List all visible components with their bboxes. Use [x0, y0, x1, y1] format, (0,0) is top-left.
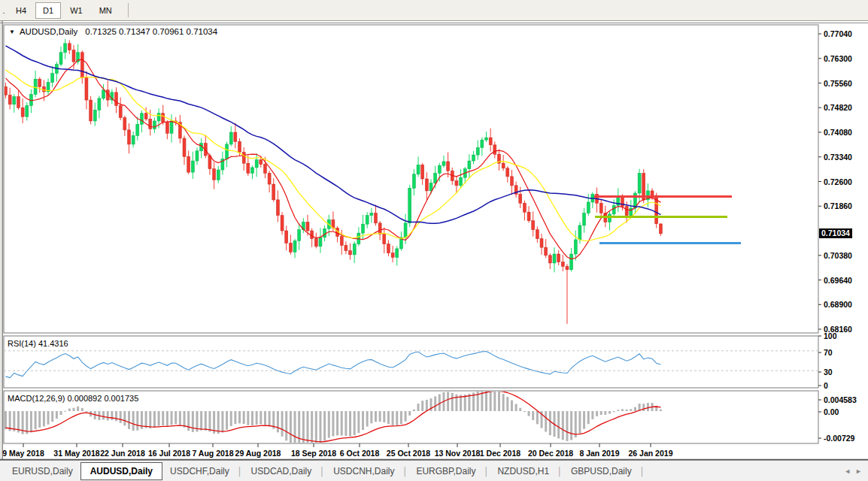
tab-separator: │ — [557, 467, 563, 476]
chart-symbol: AUDUSD,Daily — [20, 27, 77, 36]
price-axis-label: 0.74080 — [824, 128, 852, 137]
tab-separator: │ — [319, 467, 326, 476]
tabs-nav: ◄ ► — [844, 467, 868, 475]
chart-ohlc-values: 0.71325 0.71347 0.70961 0.71034 — [85, 27, 217, 36]
chart-tab-eurgbp[interactable]: EURGBP,Daily — [408, 463, 483, 479]
tabs-scroll-left-icon[interactable]: ◄ — [844, 467, 851, 475]
price-axis-label: 0.69640 — [824, 276, 852, 285]
price-axis-label: 0.70380 — [824, 251, 852, 260]
chart-tab-nzdusd[interactable]: NZDUSD,H1 — [490, 463, 557, 479]
mt4-window: . H4D1W1MN ▼AUDUSD,Daily0.71325 0.71347 … — [0, 0, 868, 481]
price-axis-label: 0.72600 — [824, 177, 852, 186]
tab-separator: │ — [639, 467, 646, 476]
price-axis-label: 0.68900 — [824, 300, 852, 309]
macd-axis-label: -0.00729 — [824, 434, 854, 443]
price-axis-label: 0.76300 — [824, 54, 852, 63]
chart-canvas[interactable] — [0, 0, 868, 481]
rsi-indicator-label: RSI(14) 41.4316 — [8, 339, 68, 348]
date-axis-label: 26 Jan 2019 — [617, 449, 684, 458]
tabs-scroll-right-icon[interactable]: ► — [855, 467, 862, 475]
price-axis-label: 0.73340 — [824, 153, 852, 162]
tab-separator: │ — [237, 467, 244, 476]
macd-indicator-label: MACD(12,26,9) 0.000892 0.001735 — [8, 394, 138, 403]
chart-tab-eurusd[interactable]: EURUSD,Daily — [5, 463, 80, 479]
rsi-axis-label: 70 — [824, 348, 833, 357]
macd-axis-label: 0.004583 — [824, 395, 857, 404]
chart-tab-audusd[interactable]: AUDUSD,Daily — [80, 462, 162, 480]
price-axis-label: 0.71860 — [824, 201, 852, 210]
current-price-tag: 0.71034 — [819, 228, 852, 238]
tab-separator: │ — [402, 467, 409, 476]
chart-title: ▼AUDUSD,Daily0.71325 0.71347 0.70961 0.7… — [9, 27, 217, 36]
chart-tab-usdchf[interactable]: USDCHF,Daily — [162, 463, 237, 479]
rsi-axis-label: 30 — [824, 368, 833, 377]
tab-separator: │ — [484, 467, 490, 476]
chart-tabs-bar: EURUSD,DailyAUDUSD,DailyUSDCHF,Daily│USD… — [0, 460, 868, 481]
chart-tabs: EURUSD,DailyAUDUSD,DailyUSDCHF,Daily│USD… — [5, 462, 646, 480]
chart-tab-usdcnh[interactable]: USDCNH,Daily — [326, 463, 402, 479]
price-axis-label: 0.77040 — [824, 29, 852, 38]
rsi-axis-label: 0 — [824, 381, 828, 390]
macd-axis-label: 0.00 — [824, 407, 839, 416]
chart-tab-usdcad[interactable]: USDCAD,Daily — [244, 463, 320, 479]
price-axis-label: 0.75560 — [824, 79, 852, 88]
symbol-dropdown-icon[interactable]: ▼ — [9, 29, 15, 35]
rsi-axis-label: 100 — [824, 331, 837, 340]
chart-tab-gbpusd[interactable]: GBPUSD,Daily — [563, 463, 639, 479]
price-axis-label: 0.74820 — [824, 103, 852, 112]
